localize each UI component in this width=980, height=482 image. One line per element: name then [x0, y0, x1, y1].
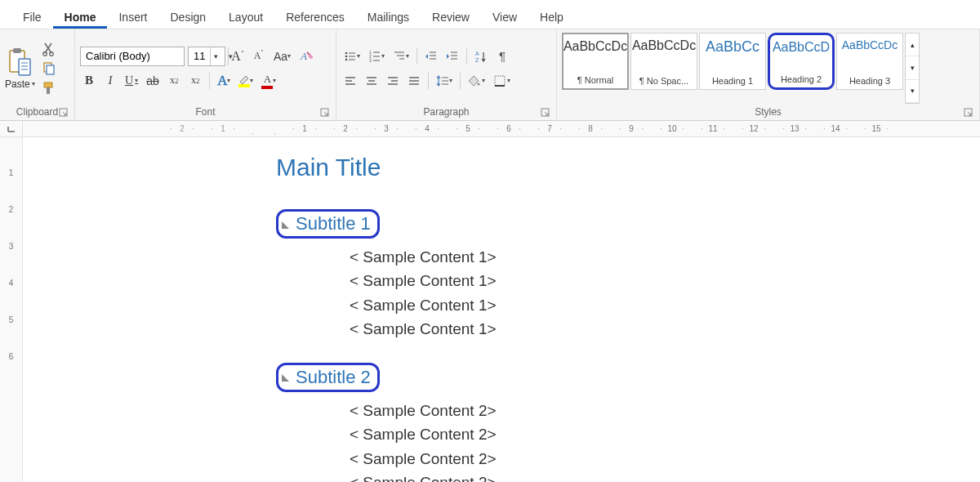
- sort-button[interactable]: AZ: [472, 47, 490, 66]
- tab-selector[interactable]: [0, 121, 23, 136]
- text-effects-button[interactable]: A▾: [215, 71, 233, 91]
- font-size-input[interactable]: [189, 47, 210, 65]
- tab-mailings[interactable]: Mailings: [356, 4, 421, 29]
- font-color-button[interactable]: A ▾: [259, 71, 278, 91]
- vertical-ruler[interactable]: 1 2 3 4 5 6: [0, 137, 23, 482]
- decrease-indent-button[interactable]: [422, 47, 440, 66]
- style-preview: AaBbCcDc: [632, 38, 696, 53]
- format-painter-icon[interactable]: [42, 81, 56, 96]
- chevron-down-icon[interactable]: ▾: [210, 47, 221, 65]
- style-heading-1[interactable]: AaBbCc Heading 1: [699, 33, 766, 90]
- collapse-triangle-icon[interactable]: [282, 374, 289, 382]
- svg-rect-2: [19, 59, 30, 75]
- content-line[interactable]: < Sample Content 2>: [350, 399, 980, 422]
- chevron-down-icon: ▾: [32, 80, 35, 87]
- font-launcher[interactable]: [319, 107, 331, 118]
- style-name: Heading 2: [772, 74, 831, 84]
- subscript-button[interactable]: x2: [165, 71, 183, 91]
- tab-view[interactable]: View: [481, 4, 528, 29]
- document-body[interactable]: Main Title Subtitle 1 < Sample Content 1…: [276, 154, 980, 482]
- styles-launcher[interactable]: [963, 107, 974, 118]
- paste-button[interactable]: Paste ▾: [5, 78, 35, 90]
- ribbon: Paste ▾ Clipboard: [0, 29, 980, 121]
- grow-font-button[interactable]: A˄: [229, 47, 247, 66]
- styles-scroll-up[interactable]: ▴: [906, 33, 919, 56]
- content-block-1[interactable]: < Sample Content 1> < Sample Content 1> …: [350, 245, 980, 341]
- svg-text:3: 3: [369, 58, 372, 63]
- svg-text:A: A: [300, 50, 307, 62]
- strikethrough-button[interactable]: ab: [144, 71, 162, 91]
- cut-icon[interactable]: [42, 42, 56, 56]
- tab-file[interactable]: File: [11, 4, 53, 29]
- svg-rect-1: [13, 48, 21, 53]
- style-heading-3[interactable]: AaBbCcDc Heading 3: [836, 33, 903, 90]
- borders-button[interactable]: ▾: [491, 71, 513, 91]
- style-preview: AaBbCcDc: [564, 39, 627, 54]
- font-name-combo[interactable]: ▾: [80, 47, 185, 66]
- bold-button[interactable]: B: [80, 71, 98, 91]
- style-name: ¶ Normal: [565, 75, 626, 85]
- svg-rect-9: [47, 65, 54, 74]
- italic-button[interactable]: I: [101, 71, 119, 91]
- page[interactable]: Main Title Subtitle 1 < Sample Content 1…: [23, 137, 980, 482]
- styles-scroll: ▴ ▾ ▾: [905, 33, 920, 104]
- underline-button[interactable]: U▾: [122, 71, 140, 91]
- paste-icon[interactable]: [6, 47, 33, 77]
- group-label-font: Font: [195, 106, 215, 118]
- styles-scroll-down[interactable]: ▾: [906, 56, 919, 79]
- group-styles: AaBbCcDc ¶ Normal AaBbCcDc ¶ No Spac... …: [557, 29, 980, 120]
- paste-label: Paste: [5, 78, 30, 90]
- content-line[interactable]: < Sample Content 1>: [350, 317, 980, 341]
- svg-point-17: [345, 55, 348, 57]
- subtitle-1[interactable]: Subtitle 1: [276, 209, 380, 239]
- subtitle-1-text: Subtitle 1: [296, 213, 371, 234]
- content-line[interactable]: < Sample Content 2>: [350, 447, 980, 471]
- content-line[interactable]: < Sample Content 2>: [350, 422, 980, 446]
- group-label-styles: Styles: [755, 106, 782, 118]
- tab-help[interactable]: Help: [528, 4, 575, 29]
- subtitle-2[interactable]: Subtitle 2: [276, 363, 380, 392]
- numbering-button[interactable]: 123▾: [366, 47, 387, 66]
- content-line[interactable]: < Sample Content 1>: [350, 245, 980, 269]
- style-normal[interactable]: AaBbCcDc ¶ Normal: [562, 33, 629, 90]
- copy-icon[interactable]: [42, 61, 56, 76]
- tab-layout[interactable]: Layout: [217, 4, 274, 29]
- collapse-triangle-icon[interactable]: [282, 221, 289, 229]
- align-left-button[interactable]: [341, 71, 359, 91]
- clear-formatting-button[interactable]: A: [296, 47, 316, 66]
- ruler-row: 2 1 1 2 3 4 5 6 7 8 9 10 11 12 13 14 15: [0, 121, 980, 137]
- styles-expand[interactable]: ▾: [906, 80, 919, 103]
- show-marks-button[interactable]: ¶: [493, 47, 511, 66]
- tab-review[interactable]: Review: [421, 4, 481, 29]
- tab-references[interactable]: References: [274, 4, 356, 29]
- bullets-button[interactable]: ▾: [341, 47, 363, 66]
- shrink-font-button[interactable]: A˅: [250, 47, 268, 66]
- shading-button[interactable]: ▾: [466, 71, 488, 91]
- multilevel-list-button[interactable]: ▾: [390, 47, 412, 66]
- clipboard-launcher[interactable]: [58, 107, 69, 118]
- tab-design[interactable]: Design: [158, 4, 217, 29]
- content-line[interactable]: < Sample Content 1>: [350, 293, 980, 317]
- line-spacing-button[interactable]: ▾: [434, 71, 455, 91]
- align-center-button[interactable]: [363, 71, 381, 91]
- svg-point-18: [345, 58, 348, 60]
- style-name: Heading 1: [702, 76, 764, 86]
- style-heading-2[interactable]: AaBbCcD Heading 2: [768, 33, 835, 90]
- change-case-button[interactable]: Aa▾: [271, 47, 293, 66]
- align-right-button[interactable]: [384, 71, 402, 91]
- superscript-button[interactable]: x2: [186, 71, 204, 91]
- justify-button[interactable]: [405, 71, 423, 91]
- content-line[interactable]: < Sample Content 2>: [350, 471, 980, 482]
- increase-indent-button[interactable]: [443, 47, 461, 66]
- svg-rect-10: [44, 83, 52, 87]
- font-size-combo[interactable]: ▾: [188, 47, 225, 66]
- style-no-spacing[interactable]: AaBbCcDc ¶ No Spac...: [630, 33, 697, 90]
- highlight-button[interactable]: ▾: [236, 71, 256, 91]
- main-title[interactable]: Main Title: [276, 154, 980, 181]
- tab-insert[interactable]: Insert: [107, 4, 158, 29]
- tab-home[interactable]: Home: [53, 4, 108, 29]
- content-line[interactable]: < Sample Content 1>: [350, 269, 980, 292]
- content-block-2[interactable]: < Sample Content 2> < Sample Content 2> …: [350, 399, 980, 482]
- horizontal-ruler[interactable]: 2 1 1 2 3 4 5 6 7 8 9 10 11 12 13 14 15: [23, 121, 980, 136]
- paragraph-launcher[interactable]: [540, 107, 551, 118]
